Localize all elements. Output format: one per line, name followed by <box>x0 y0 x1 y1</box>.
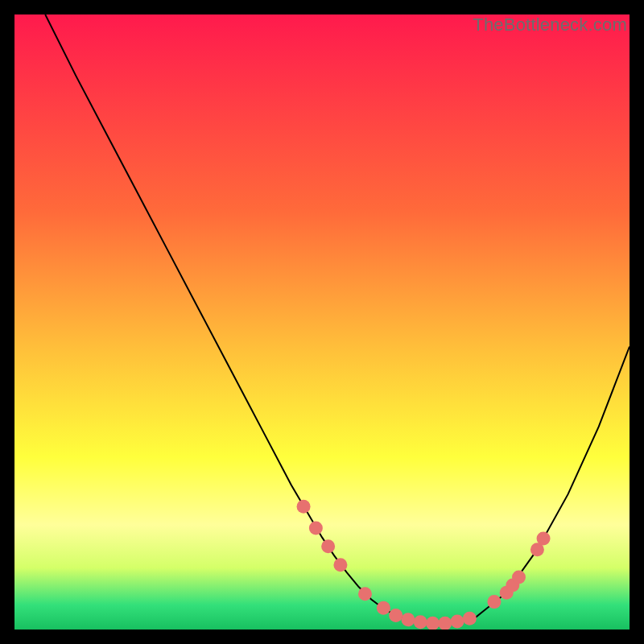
marker-dot <box>487 595 501 609</box>
marker-dot <box>333 558 347 572</box>
marker-dot <box>377 601 390 615</box>
marker-dot <box>389 609 402 622</box>
marker-dot <box>463 612 477 625</box>
bottleneck-chart <box>14 14 630 630</box>
marker-dot <box>537 531 551 545</box>
marker-dot <box>512 571 526 584</box>
watermark-text: TheBottleneck.com <box>473 14 627 35</box>
marker-dot <box>321 539 335 553</box>
marker-dot <box>358 587 372 601</box>
marker-dot <box>451 615 464 629</box>
chart-frame: TheBottleneck.com <box>14 14 630 630</box>
marker-dot <box>414 615 427 629</box>
marker-dot <box>309 521 323 535</box>
marker-dot <box>297 500 311 514</box>
marker-dot <box>401 613 415 626</box>
